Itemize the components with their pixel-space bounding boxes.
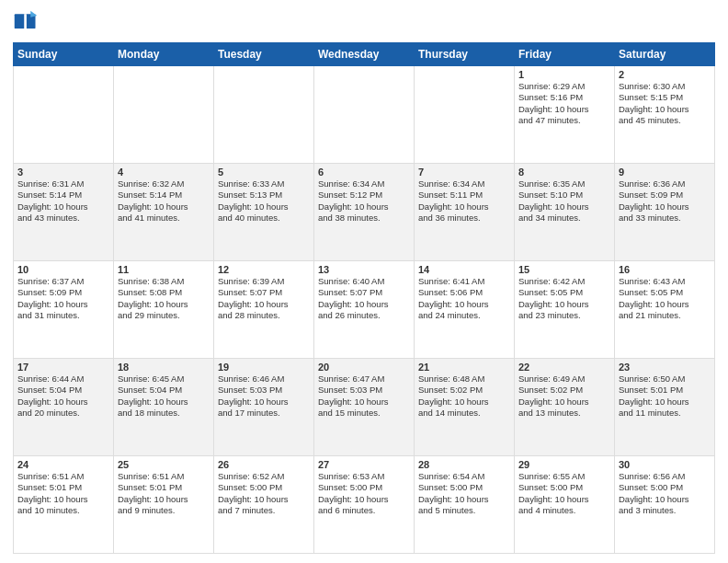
day-info: Daylight: 10 hours bbox=[619, 494, 711, 505]
col-header-wednesday: Wednesday bbox=[314, 43, 415, 66]
day-cell bbox=[214, 66, 314, 164]
day-info: and 3 minutes. bbox=[619, 505, 711, 516]
day-number: 3 bbox=[17, 167, 109, 178]
day-cell: 22Sunrise: 6:49 AMSunset: 5:02 PMDayligh… bbox=[515, 359, 615, 456]
calendar-table: SundayMondayTuesdayWednesdayThursdayFrid… bbox=[13, 42, 715, 554]
day-cell bbox=[114, 66, 214, 164]
day-number: 21 bbox=[418, 362, 510, 373]
svg-rect-1 bbox=[15, 14, 25, 29]
day-info: and 5 minutes. bbox=[418, 505, 510, 516]
day-info: Daylight: 10 hours bbox=[418, 299, 510, 310]
col-header-tuesday: Tuesday bbox=[214, 43, 314, 66]
day-info: Sunrise: 6:43 AM bbox=[619, 276, 711, 287]
logo bbox=[13, 9, 42, 35]
day-info: Sunset: 5:14 PM bbox=[118, 190, 210, 201]
day-number: 15 bbox=[518, 264, 610, 275]
day-info: and 14 minutes. bbox=[418, 408, 510, 419]
day-cell: 14Sunrise: 6:41 AMSunset: 5:06 PMDayligh… bbox=[415, 261, 515, 359]
week-row-1: 1Sunrise: 6:29 AMSunset: 5:16 PMDaylight… bbox=[14, 66, 715, 164]
day-cell: 1Sunrise: 6:29 AMSunset: 5:16 PMDaylight… bbox=[515, 66, 615, 164]
week-row-3: 10Sunrise: 6:37 AMSunset: 5:09 PMDayligh… bbox=[14, 261, 715, 359]
day-info: Daylight: 10 hours bbox=[418, 396, 510, 408]
day-info: Sunset: 5:11 PM bbox=[418, 190, 510, 201]
day-number: 23 bbox=[619, 362, 711, 373]
day-info: Daylight: 10 hours bbox=[518, 299, 610, 310]
day-info: and 31 minutes. bbox=[17, 310, 109, 321]
day-info: Daylight: 10 hours bbox=[218, 396, 310, 408]
day-info: and 21 minutes. bbox=[619, 310, 711, 321]
day-info: Sunset: 5:02 PM bbox=[518, 385, 610, 396]
day-cell: 26Sunrise: 6:52 AMSunset: 5:00 PMDayligh… bbox=[214, 456, 314, 554]
day-info: and 41 minutes. bbox=[118, 213, 210, 224]
day-info: Daylight: 10 hours bbox=[17, 299, 109, 310]
col-header-thursday: Thursday bbox=[415, 43, 515, 66]
day-number: 9 bbox=[619, 167, 711, 178]
day-info: and 11 minutes. bbox=[619, 408, 711, 419]
day-cell: 25Sunrise: 6:51 AMSunset: 5:01 PMDayligh… bbox=[114, 456, 214, 554]
day-info: Sunset: 5:00 PM bbox=[318, 482, 410, 493]
day-info: Sunset: 5:00 PM bbox=[218, 482, 310, 493]
day-cell: 8Sunrise: 6:35 AMSunset: 5:10 PMDaylight… bbox=[515, 164, 615, 261]
day-info: Daylight: 10 hours bbox=[118, 396, 210, 408]
day-info: and 17 minutes. bbox=[218, 408, 310, 419]
day-info: Sunrise: 6:35 AM bbox=[518, 178, 610, 190]
day-info: Sunrise: 6:41 AM bbox=[418, 276, 510, 287]
day-info: Sunrise: 6:52 AM bbox=[218, 471, 310, 482]
day-info: Sunrise: 6:54 AM bbox=[418, 471, 510, 482]
day-info: Daylight: 10 hours bbox=[418, 201, 510, 213]
day-info: Sunrise: 6:39 AM bbox=[218, 276, 310, 287]
col-header-sunday: Sunday bbox=[14, 43, 114, 66]
day-info: Sunrise: 6:55 AM bbox=[518, 471, 610, 482]
day-info: and 7 minutes. bbox=[218, 505, 310, 516]
day-info: Sunset: 5:05 PM bbox=[619, 287, 711, 298]
day-cell: 3Sunrise: 6:31 AMSunset: 5:14 PMDaylight… bbox=[14, 164, 114, 261]
day-info: Daylight: 10 hours bbox=[218, 494, 310, 505]
day-cell: 18Sunrise: 6:45 AMSunset: 5:04 PMDayligh… bbox=[114, 359, 214, 456]
day-cell: 20Sunrise: 6:47 AMSunset: 5:03 PMDayligh… bbox=[314, 359, 415, 456]
day-cell: 9Sunrise: 6:36 AMSunset: 5:09 PMDaylight… bbox=[615, 164, 715, 261]
day-cell bbox=[14, 66, 114, 164]
day-info: Sunset: 5:01 PM bbox=[17, 482, 109, 493]
day-info: and 24 minutes. bbox=[418, 310, 510, 321]
day-cell bbox=[314, 66, 415, 164]
col-header-friday: Friday bbox=[515, 43, 615, 66]
day-info: Daylight: 10 hours bbox=[318, 494, 410, 505]
day-info: Sunrise: 6:36 AM bbox=[619, 178, 711, 190]
day-info: and 15 minutes. bbox=[318, 408, 410, 419]
day-info: Sunrise: 6:56 AM bbox=[619, 471, 711, 482]
day-cell: 29Sunrise: 6:55 AMSunset: 5:00 PMDayligh… bbox=[515, 456, 615, 554]
day-info: and 29 minutes. bbox=[118, 310, 210, 321]
day-number: 10 bbox=[17, 264, 109, 275]
day-number: 30 bbox=[619, 459, 711, 470]
day-info: Daylight: 10 hours bbox=[318, 201, 410, 213]
day-info: Sunrise: 6:31 AM bbox=[17, 178, 109, 190]
day-info: Sunrise: 6:44 AM bbox=[17, 373, 109, 385]
day-cell: 23Sunrise: 6:50 AMSunset: 5:01 PMDayligh… bbox=[615, 359, 715, 456]
day-info: Daylight: 10 hours bbox=[118, 494, 210, 505]
day-info: Sunset: 5:00 PM bbox=[518, 482, 610, 493]
day-number: 27 bbox=[318, 459, 410, 470]
day-info: Daylight: 10 hours bbox=[619, 299, 711, 310]
col-header-monday: Monday bbox=[114, 43, 214, 66]
day-info: Daylight: 10 hours bbox=[418, 494, 510, 505]
header-row: SundayMondayTuesdayWednesdayThursdayFrid… bbox=[14, 43, 715, 66]
day-number: 5 bbox=[218, 167, 310, 178]
day-number: 28 bbox=[418, 459, 510, 470]
day-number: 6 bbox=[318, 167, 410, 178]
day-cell: 28Sunrise: 6:54 AMSunset: 5:00 PMDayligh… bbox=[415, 456, 515, 554]
day-info: Sunrise: 6:49 AM bbox=[518, 373, 610, 385]
day-number: 17 bbox=[17, 362, 109, 373]
day-info: Sunrise: 6:46 AM bbox=[218, 373, 310, 385]
day-info: Daylight: 10 hours bbox=[318, 396, 410, 408]
day-number: 22 bbox=[518, 362, 610, 373]
svg-rect-3 bbox=[24, 14, 27, 29]
day-info: Daylight: 10 hours bbox=[17, 201, 109, 213]
day-info: Sunrise: 6:37 AM bbox=[17, 276, 109, 287]
day-info: and 40 minutes. bbox=[218, 213, 310, 224]
day-number: 14 bbox=[418, 264, 510, 275]
header bbox=[13, 9, 715, 35]
week-row-5: 24Sunrise: 6:51 AMSunset: 5:01 PMDayligh… bbox=[14, 456, 715, 554]
day-info: Daylight: 10 hours bbox=[619, 201, 711, 213]
day-info: Sunset: 5:01 PM bbox=[619, 385, 711, 396]
day-info: Sunset: 5:12 PM bbox=[318, 190, 410, 201]
